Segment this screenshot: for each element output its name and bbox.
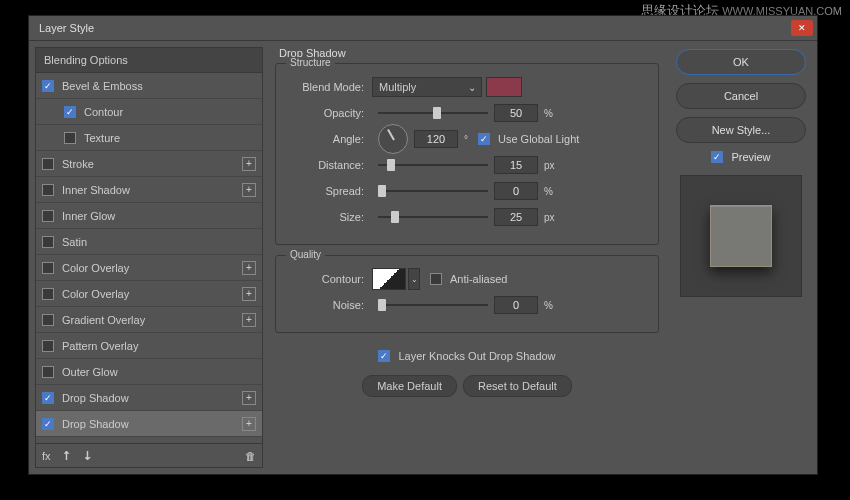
preview-label: Preview <box>731 151 770 163</box>
global-light-checkbox[interactable]: ✓ <box>478 133 490 145</box>
contour-dropdown[interactable]: ⌄ <box>408 268 420 290</box>
spread-unit: % <box>544 186 553 197</box>
effect-row-texture[interactable]: Texture <box>36 125 262 151</box>
preview-row: ✓ Preview <box>711 151 770 163</box>
size-row: Size: 25 px <box>288 204 646 230</box>
structure-title: Structure <box>286 57 335 68</box>
effect-checkbox[interactable] <box>42 158 54 170</box>
effect-checkbox[interactable] <box>64 132 76 144</box>
angle-unit: ° <box>464 134 468 145</box>
blend-mode-row: Blend Mode: Multiply <box>288 74 646 100</box>
close-button[interactable]: ✕ <box>791 20 813 36</box>
blend-mode-label: Blend Mode: <box>288 81 372 93</box>
spread-label: Spread: <box>288 185 372 197</box>
effect-row-inner-shadow[interactable]: Inner Shadow+ <box>36 177 262 203</box>
noise-row: Noise: 0 % <box>288 292 646 318</box>
opacity-field[interactable]: 50 <box>494 104 538 122</box>
opacity-slider[interactable] <box>378 106 488 120</box>
add-effect-button[interactable]: + <box>242 261 256 275</box>
effects-footer: fx 🠥 🠧 🗑 <box>35 444 263 468</box>
new-style-button[interactable]: New Style... <box>676 117 806 143</box>
quality-group: Quality Contour: ⌄ Anti-aliased Noise: 0… <box>275 255 659 333</box>
cancel-button[interactable]: Cancel <box>676 83 806 109</box>
effect-checkbox[interactable] <box>42 288 54 300</box>
distance-field[interactable]: 15 <box>494 156 538 174</box>
default-buttons: Make Default Reset to Default <box>275 375 659 397</box>
up-icon[interactable]: 🠥 <box>61 450 72 462</box>
preview-checkbox[interactable]: ✓ <box>711 151 723 163</box>
add-effect-button[interactable]: + <box>242 417 256 431</box>
angle-label: Angle: <box>288 133 372 145</box>
effect-checkbox[interactable] <box>42 366 54 378</box>
effect-label: Contour <box>84 106 123 118</box>
knockout-label: Layer Knocks Out Drop Shadow <box>398 350 555 362</box>
effect-label: Gradient Overlay <box>62 314 145 326</box>
noise-field[interactable]: 0 <box>494 296 538 314</box>
effect-row-inner-glow[interactable]: Inner Glow <box>36 203 262 229</box>
effect-row-outer-glow[interactable]: Outer Glow <box>36 359 262 385</box>
effect-checkbox[interactable]: ✓ <box>42 392 54 404</box>
angle-field[interactable]: 120 <box>414 130 458 148</box>
effect-checkbox[interactable]: ✓ <box>42 80 54 92</box>
ok-button[interactable]: OK <box>676 49 806 75</box>
layer-style-dialog: Layer Style ✕ Blending Options ✓Bevel & … <box>28 15 818 475</box>
noise-slider[interactable] <box>378 298 488 312</box>
make-default-button[interactable]: Make Default <box>362 375 457 397</box>
effect-checkbox[interactable] <box>42 262 54 274</box>
effect-checkbox[interactable] <box>42 184 54 196</box>
effect-row-color-overlay[interactable]: Color Overlay+ <box>36 281 262 307</box>
add-effect-button[interactable]: + <box>242 391 256 405</box>
global-light-label: Use Global Light <box>498 133 579 145</box>
effect-label: Stroke <box>62 158 94 170</box>
effect-row-stroke[interactable]: Stroke+ <box>36 151 262 177</box>
effect-checkbox[interactable]: ✓ <box>64 106 76 118</box>
add-effect-button[interactable]: + <box>242 287 256 301</box>
preview-box <box>680 175 802 297</box>
structure-group: Structure Blend Mode: Multiply Opacity: … <box>275 63 659 245</box>
effect-row-contour[interactable]: ✓Contour <box>36 99 262 125</box>
contour-thumb[interactable] <box>372 268 406 290</box>
dialog-body: Blending Options ✓Bevel & Emboss✓Contour… <box>29 40 817 474</box>
opacity-label: Opacity: <box>288 107 372 119</box>
effect-row-color-overlay[interactable]: Color Overlay+ <box>36 255 262 281</box>
shadow-color-swatch[interactable] <box>486 77 522 97</box>
knockout-row: ✓ Layer Knocks Out Drop Shadow <box>275 343 659 369</box>
blending-options-header[interactable]: Blending Options <box>35 47 263 73</box>
effect-checkbox[interactable] <box>42 340 54 352</box>
angle-dial[interactable] <box>378 124 408 154</box>
effect-label: Texture <box>84 132 120 144</box>
size-label: Size: <box>288 211 372 223</box>
effect-row-bevel-emboss[interactable]: ✓Bevel & Emboss <box>36 73 262 99</box>
reset-default-button[interactable]: Reset to Default <box>463 375 572 397</box>
action-panel: OK Cancel New Style... ✓ Preview <box>671 47 811 468</box>
distance-slider[interactable] <box>378 158 488 172</box>
opacity-unit: % <box>544 108 553 119</box>
fx-menu[interactable]: fx <box>42 450 51 462</box>
add-effect-button[interactable]: + <box>242 183 256 197</box>
size-unit: px <box>544 212 555 223</box>
effect-row-satin[interactable]: Satin <box>36 229 262 255</box>
effect-row-pattern-overlay[interactable]: Pattern Overlay <box>36 333 262 359</box>
effect-checkbox[interactable] <box>42 210 54 222</box>
effect-label: Satin <box>62 236 87 248</box>
effect-checkbox[interactable] <box>42 236 54 248</box>
effect-row-drop-shadow[interactable]: ✓Drop Shadow+ <box>36 411 262 437</box>
spread-field[interactable]: 0 <box>494 182 538 200</box>
size-field[interactable]: 25 <box>494 208 538 226</box>
effect-row-gradient-overlay[interactable]: Gradient Overlay+ <box>36 307 262 333</box>
blend-mode-dropdown[interactable]: Multiply <box>372 77 482 97</box>
down-icon[interactable]: 🠧 <box>82 450 93 462</box>
effect-row-drop-shadow[interactable]: ✓Drop Shadow+ <box>36 385 262 411</box>
add-effect-button[interactable]: + <box>242 313 256 327</box>
trash-icon[interactable]: 🗑 <box>245 450 256 462</box>
knockout-checkbox[interactable]: ✓ <box>378 350 390 362</box>
effect-label: Inner Shadow <box>62 184 130 196</box>
spread-slider[interactable] <box>378 184 488 198</box>
antialiased-checkbox[interactable] <box>430 273 442 285</box>
effect-checkbox[interactable] <box>42 314 54 326</box>
titlebar[interactable]: Layer Style ✕ <box>29 16 817 40</box>
contour-label: Contour: <box>288 273 372 285</box>
add-effect-button[interactable]: + <box>242 157 256 171</box>
effect-checkbox[interactable]: ✓ <box>42 418 54 430</box>
size-slider[interactable] <box>378 210 488 224</box>
